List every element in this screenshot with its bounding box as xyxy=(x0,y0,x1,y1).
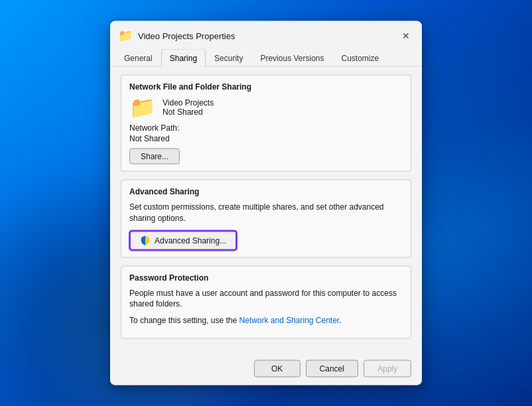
password-text-2: To change this setting, use the Network … xyxy=(129,315,403,326)
network-sharing-center-link[interactable]: Network and Sharing Center xyxy=(239,316,339,325)
password-text-1: People must have a user account and pass… xyxy=(129,287,403,310)
share-button[interactable]: Share... xyxy=(129,149,180,165)
network-sharing-title: Network File and Folder Sharing xyxy=(129,82,403,92)
folder-item: 📁 Video Projects Not Shared xyxy=(129,97,403,118)
tab-security[interactable]: Security xyxy=(206,49,251,67)
advanced-sharing-button-label: Advanced Sharing... xyxy=(155,236,226,245)
folder-icon: 📁 xyxy=(129,97,156,118)
tab-customize[interactable]: Customize xyxy=(332,49,387,67)
folder-info: Video Projects Not Shared xyxy=(163,98,214,117)
folder-status: Not Shared xyxy=(163,107,214,117)
password-text-2-after: . xyxy=(339,316,341,325)
password-protection-section: Password Protection People must have a u… xyxy=(121,265,411,338)
dialog-title: Video Projects Properties xyxy=(138,31,393,40)
close-button[interactable]: ✕ xyxy=(398,28,414,44)
tab-previous-versions[interactable]: Previous Versions xyxy=(251,49,332,67)
network-sharing-section: Network File and Folder Sharing 📁 Video … xyxy=(121,75,411,172)
dialog-footer: OK Cancel Apply xyxy=(110,354,422,385)
apply-button: Apply xyxy=(364,360,411,377)
advanced-sharing-description: Set custom permissions, create multiple … xyxy=(129,202,403,224)
shield-icon xyxy=(140,235,151,245)
folder-name: Video Projects xyxy=(163,98,214,107)
password-text-2-before: To change this setting, use the xyxy=(129,316,239,325)
password-protection-title: Password Protection xyxy=(129,273,403,282)
tab-bar: General Sharing Security Previous Versio… xyxy=(110,49,422,67)
ok-button[interactable]: OK xyxy=(254,360,300,377)
network-path-value: Not Shared xyxy=(129,134,403,143)
advanced-sharing-section: Advanced Sharing Set custom permissions,… xyxy=(121,180,411,258)
advanced-sharing-button[interactable]: Advanced Sharing... xyxy=(129,230,237,250)
tab-sharing[interactable]: Sharing xyxy=(161,49,206,67)
dialog-content: Network File and Folder Sharing 📁 Video … xyxy=(110,67,422,355)
title-folder-icon: 📁 xyxy=(118,29,133,43)
advanced-sharing-title: Advanced Sharing xyxy=(129,187,403,196)
properties-dialog: 📁 Video Projects Properties ✕ General Sh… xyxy=(110,21,422,385)
cancel-button[interactable]: Cancel xyxy=(306,360,358,377)
network-path-label: Network Path: xyxy=(129,123,403,133)
title-bar: 📁 Video Projects Properties ✕ xyxy=(110,21,422,49)
tab-general[interactable]: General xyxy=(115,49,161,67)
